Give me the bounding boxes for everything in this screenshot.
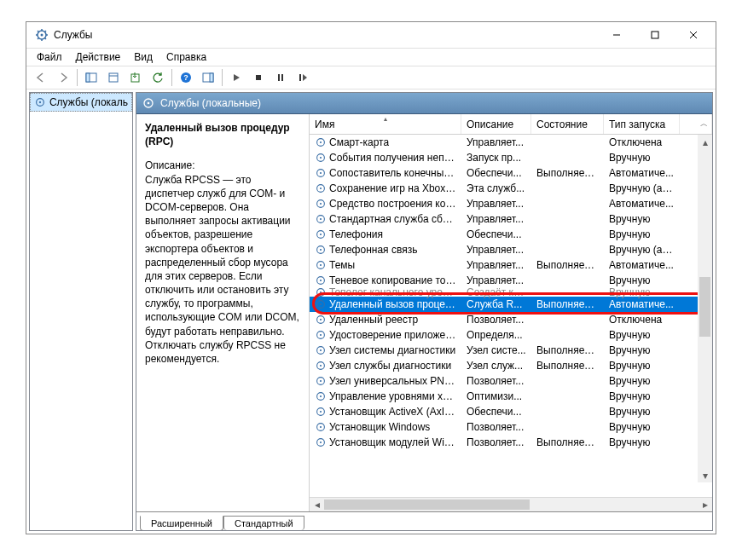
service-desc: Обеспечи... [461, 228, 531, 240]
column-state[interactable]: Состояние [531, 114, 604, 134]
service-row[interactable]: Сохранение игр на Xbox Li...Эта служб...… [310, 181, 712, 196]
svg-line-6 [38, 31, 39, 32]
show-hide-tree-button[interactable] [81, 67, 101, 88]
rows-viewport[interactable]: Смарт-картаУправляет...ОтключенаСобытия … [310, 135, 712, 497]
gear-icon [315, 259, 327, 271]
stop-service-button[interactable] [248, 67, 269, 88]
service-row[interactable]: Управление уровнями хра...Оптимизи...Вру… [310, 389, 712, 404]
service-row[interactable]: Установщик WindowsПозволяет...Вручную [310, 419, 712, 435]
service-name: Телефонная связь [329, 244, 417, 256]
service-row[interactable]: Смарт-картаУправляет...Отключена [310, 135, 712, 150]
service-desc: Позволяет... [461, 421, 531, 433]
tree-root-label: Службы (локаль [49, 96, 128, 108]
svg-rect-16 [109, 73, 118, 82]
service-desc: Управляет... [461, 259, 531, 271]
tab-standard[interactable]: Стандартный [223, 516, 304, 530]
service-row[interactable]: ТелефонияОбеспечи...Вручную [310, 227, 712, 242]
properties-button[interactable] [103, 67, 124, 88]
svg-point-30 [148, 102, 150, 105]
gear-icon [315, 360, 327, 372]
maximize-button[interactable] [635, 22, 674, 48]
menu-file[interactable]: Файл [31, 49, 68, 65]
refresh-button[interactable] [148, 67, 168, 88]
svg-point-56 [320, 319, 322, 320]
console-tree[interactable]: Службы (локаль [29, 92, 133, 531]
nav-back-button[interactable] [31, 67, 51, 88]
service-startup: Вручную [604, 213, 680, 225]
scroll-right-icon[interactable]: ▸ [698, 498, 712, 511]
svg-point-48 [320, 264, 322, 266]
titlebar: Службы [26, 22, 716, 48]
service-row[interactable]: Тополог канального уровняСоздаёт ка...Вр… [310, 288, 712, 297]
service-row[interactable]: Установщик модулей Win...Позволяет...Вып… [310, 435, 712, 450]
horizontal-scrollbar[interactable]: ◂ ▸ [310, 497, 712, 511]
service-row[interactable]: Телефонная связьУправляет...Вручную (ак.… [310, 242, 712, 257]
service-name: Удаленный реестр [329, 314, 418, 326]
svg-point-68 [320, 411, 322, 413]
close-button[interactable] [674, 22, 712, 48]
gear-icon [315, 286, 327, 298]
start-service-button[interactable] [226, 67, 246, 88]
gear-icon [315, 406, 327, 418]
service-row[interactable]: Средство построения кон...Управляет...Ав… [310, 196, 712, 211]
show-hide-action-pane-button[interactable] [198, 67, 218, 88]
gear-icon [34, 96, 46, 108]
scroll-down-icon[interactable]: ▾ [698, 468, 712, 482]
vertical-scrollbar[interactable]: ▴ ▾ [698, 135, 712, 482]
service-name: Установщик ActiveX (AxIns... [329, 406, 456, 418]
column-name[interactable]: Имя▴ [310, 114, 461, 134]
restart-service-button[interactable] [293, 67, 313, 88]
svg-point-36 [320, 172, 322, 174]
gear-icon [315, 314, 327, 326]
service-row[interactable]: Удостоверение приложенияОпределя...Вручн… [310, 327, 712, 343]
pause-service-button[interactable] [270, 67, 291, 88]
chevron-up-icon[interactable]: ︿ [700, 118, 708, 130]
service-desc: Позволяет... [461, 314, 531, 326]
menubar: Файл Действие Вид Справка [26, 48, 716, 66]
svg-point-50 [320, 280, 322, 281]
column-startup[interactable]: Тип запуска [604, 114, 680, 134]
scroll-up-icon[interactable]: ▴ [698, 135, 712, 149]
svg-point-64 [320, 380, 322, 382]
sort-asc-icon: ▴ [384, 115, 387, 123]
gear-icon [315, 182, 327, 194]
help-button[interactable]: ? [176, 67, 196, 88]
vscroll-thumb[interactable] [699, 277, 710, 337]
tree-root-services[interactable]: Службы (локаль [30, 93, 132, 112]
service-row[interactable]: Стандартная служба сбор...Управляет...Вр… [310, 211, 712, 227]
scroll-left-icon[interactable]: ◂ [310, 498, 324, 511]
menu-action[interactable]: Действие [70, 49, 127, 65]
service-row[interactable]: Сопоставитель конечных ...Обеспечи...Вып… [310, 165, 712, 181]
service-row[interactable]: Узел службы диагностикиУзел служ...Выпол… [310, 358, 712, 373]
svg-point-42 [320, 218, 322, 220]
menu-view[interactable]: Вид [128, 49, 159, 65]
gear-icon [315, 421, 327, 433]
svg-line-8 [38, 38, 39, 40]
svg-rect-22 [210, 73, 213, 82]
export-list-button[interactable] [125, 67, 146, 88]
service-name: Узел системы диагностики [329, 344, 455, 356]
menu-help[interactable]: Справка [160, 49, 212, 65]
service-startup: Вручную [604, 390, 680, 402]
service-row[interactable]: Узел системы диагностикиУзел систе...Вып… [310, 343, 712, 358]
tab-extended[interactable]: Расширенный [140, 516, 223, 531]
service-row[interactable]: Удаленный вызов процеду...Служба R...Вып… [310, 297, 712, 312]
service-row[interactable]: Установщик ActiveX (AxIns...Обеспечи...В… [310, 404, 712, 419]
column-description[interactable]: Описание [461, 114, 531, 134]
service-row[interactable]: Узел универсальных PNP-...Позволяет...Вр… [310, 373, 712, 389]
service-desc: Позволяет... [461, 375, 531, 387]
service-state: Выполняется [531, 344, 604, 356]
service-startup: Автоматиче... [604, 259, 680, 271]
service-startup: Вручную [604, 421, 680, 433]
service-row[interactable]: События получения непо...Запуск пр...Вру… [310, 150, 712, 165]
nav-forward-button[interactable] [53, 67, 73, 88]
service-row[interactable]: ТемыУправляет...ВыполняетсяАвтоматиче... [310, 257, 712, 273]
service-desc: Узел систе... [461, 344, 531, 356]
minimize-button[interactable] [597, 22, 635, 48]
gear-icon [315, 329, 327, 341]
hscroll-thumb[interactable] [324, 499, 530, 510]
service-name: Смарт-карта [329, 136, 389, 148]
service-row[interactable]: Удаленный реестрПозволяет...Отключена [310, 312, 712, 327]
service-name: Узел универсальных PNP-... [329, 375, 456, 387]
service-desc: Узел служ... [461, 360, 531, 372]
